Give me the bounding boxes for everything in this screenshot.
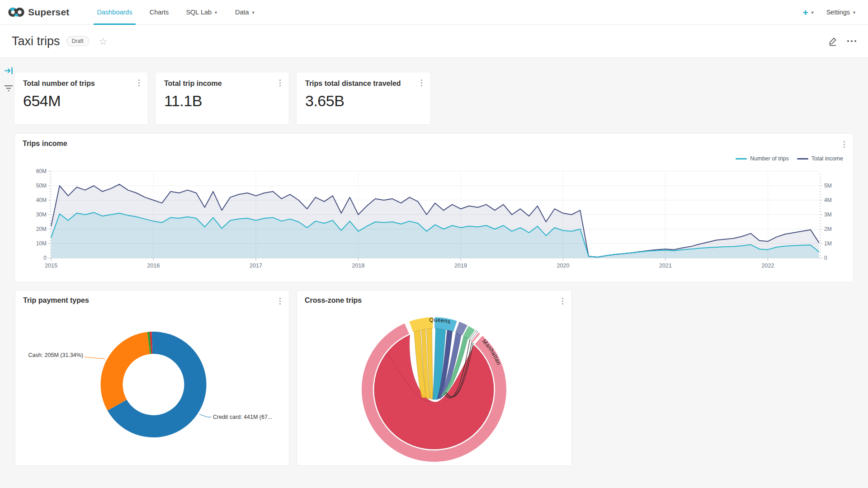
legend-swatch — [736, 158, 747, 160]
svg-text:50M: 50M — [36, 183, 47, 189]
payment-types-card: Trip payment types Cash: 205M (31.34%)Cr… — [15, 290, 289, 466]
trips-income-card: Trips income Number of trips Total incom… — [14, 133, 854, 282]
kpi-card-distance: Trips total distance traveled 3.65B — [296, 72, 431, 125]
svg-text:2M: 2M — [824, 226, 832, 232]
svg-text:0: 0 — [824, 255, 827, 261]
chevron-down-icon: ▼ — [214, 10, 218, 15]
kpi-title: Trips total distance traveled — [305, 80, 401, 88]
chart-title: Trip payment types — [23, 296, 89, 305]
top-navbar: Superset Dashboards Charts SQL Lab ▼ Dat… — [0, 0, 868, 25]
nav-right: + ▼ Settings ▼ — [802, 8, 856, 17]
svg-text:Credit card: 441M (67...: Credit card: 441M (67... — [213, 414, 272, 420]
kpi-value: 654M — [23, 92, 61, 110]
kpi-title: Total number of trips — [23, 80, 95, 88]
kebab-menu-icon[interactable] — [278, 296, 283, 306]
kebab-menu-icon[interactable] — [560, 296, 565, 306]
nav-item-sql-lab[interactable]: SQL Lab ▼ — [177, 0, 226, 25]
chart-legend: Number of trips Total income — [736, 155, 843, 162]
superset-infinity-icon — [8, 5, 24, 19]
kpi-value: 11.1B — [164, 92, 202, 110]
chevron-down-icon: ▼ — [811, 10, 815, 15]
svg-text:2015: 2015 — [45, 263, 57, 269]
svg-text:0: 0 — [43, 255, 47, 261]
trips-income-area-chart: 010M20M30M40M50M60M01M2M3M4M5M2015201620… — [15, 134, 854, 283]
more-options-icon[interactable] — [847, 40, 856, 42]
cross-zone-card: Cross-zone trips QueensManhattan — [297, 290, 572, 466]
svg-text:4M: 4M — [824, 197, 832, 203]
nav-item-charts[interactable]: Charts — [141, 0, 178, 25]
chevron-down-icon: ▼ — [852, 10, 856, 15]
svg-text:2020: 2020 — [557, 263, 570, 269]
kpi-title: Total trip income — [164, 80, 222, 88]
svg-text:30M: 30M — [36, 211, 47, 218]
legend-swatch — [797, 158, 808, 160]
brand-name: Superset — [28, 7, 69, 18]
svg-text:60M: 60M — [36, 168, 47, 174]
svg-text:1M: 1M — [824, 240, 832, 247]
svg-text:2017: 2017 — [250, 263, 262, 269]
status-badge: Draft — [66, 36, 89, 46]
expand-filter-bar-icon[interactable] — [5, 67, 13, 75]
nav-menu: Dashboards Charts SQL Lab ▼ Data ▼ — [88, 0, 264, 25]
page-title: Taxi trips — [12, 34, 60, 48]
plus-icon: + — [802, 8, 808, 17]
legend-item-number-of-trips[interactable]: Number of trips — [736, 155, 788, 162]
chart-title: Trips income — [23, 140, 67, 148]
payment-types-donut-chart: Cash: 205M (31.34%)Credit card: 441M (67… — [15, 291, 290, 466]
header-actions — [828, 37, 856, 46]
nav-item-dashboards[interactable]: Dashboards — [88, 0, 141, 25]
favorite-star-icon[interactable]: ☆ — [99, 37, 108, 46]
svg-text:2019: 2019 — [454, 263, 467, 269]
kpi-card-trip-income: Total trip income 11.1B — [155, 72, 289, 125]
superset-logo[interactable]: Superset — [8, 5, 69, 19]
svg-text:3M: 3M — [824, 211, 832, 218]
legend-item-total-income[interactable]: Total income — [797, 155, 843, 162]
cross-zone-chord-chart: QueensManhattan — [297, 291, 572, 466]
svg-text:2021: 2021 — [659, 263, 672, 269]
kpi-value: 3.65B — [305, 92, 344, 110]
kebab-menu-icon[interactable] — [419, 78, 424, 88]
svg-text:20M: 20M — [36, 226, 47, 232]
kebab-menu-icon[interactable] — [278, 78, 283, 88]
settings-menu[interactable]: Settings ▼ — [826, 9, 856, 16]
kpi-card-total-trips: Total number of trips 654M — [14, 72, 148, 125]
svg-text:2022: 2022 — [762, 263, 774, 269]
svg-text:2016: 2016 — [147, 263, 160, 269]
kebab-menu-icon[interactable] — [137, 78, 142, 88]
svg-text:10M: 10M — [36, 240, 47, 247]
kebab-menu-icon[interactable] — [842, 139, 847, 150]
chevron-down-icon: ▼ — [251, 10, 255, 15]
dashboard-header: Taxi trips Draft ☆ — [0, 25, 868, 58]
chart-title: Cross-zone trips — [305, 296, 362, 305]
svg-text:5M: 5M — [824, 183, 832, 189]
nav-item-data[interactable]: Data ▼ — [226, 0, 264, 25]
svg-text:40M: 40M — [36, 197, 47, 203]
svg-text:2018: 2018 — [352, 263, 365, 269]
superset-app: Superset Dashboards Charts SQL Lab ▼ Dat… — [0, 0, 868, 488]
new-item-button[interactable]: + ▼ — [802, 8, 814, 17]
svg-text:Cash: 205M (31.34%): Cash: 205M (31.34%) — [28, 352, 83, 358]
filter-icon[interactable] — [4, 84, 14, 92]
filter-rail — [3, 67, 14, 92]
dashboard-body: Total number of trips 654M Total trip in… — [0, 58, 868, 488]
edit-pencil-icon[interactable] — [828, 37, 837, 46]
